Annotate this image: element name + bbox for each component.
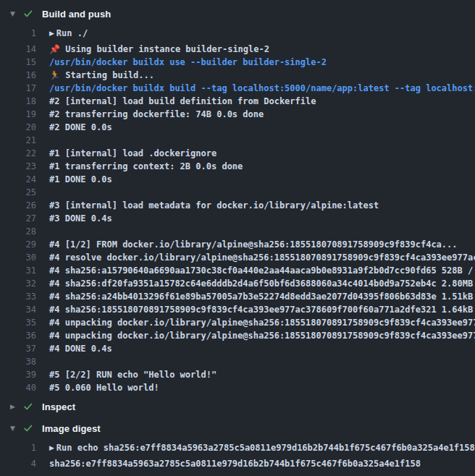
log-row: 23#1 transferring context: 2B 0.0s done [0,160,475,173]
line-number[interactable]: 27 [0,212,36,225]
log-row: 36#4 unpacking docker.io/library/alpine@… [0,329,475,342]
group-toggle-icon: ▶ [49,27,56,40]
section-title: Build and push [42,9,111,20]
log-text: 📌 Using builder instance builder-single-… [49,43,269,56]
section-header-image-digest[interactable]: ▼Image digest [0,417,475,439]
line-number[interactable]: 36 [0,329,36,342]
line-number[interactable]: 34 [0,303,36,316]
log-section-inspect: ▶Inspect [0,396,475,417]
line-number[interactable]: 19 [0,108,36,121]
log-text: #4 unpacking docker.io/library/alpine@sh… [49,329,475,342]
line-number[interactable]: 1 [0,27,36,40]
log-section-image-digest: ▼Image digest1▶ Run echo sha256:e7ff8834… [0,417,475,470]
log-text: #1 DONE 0.0s [49,173,112,186]
log-text: #2 [internal] load build definition from… [49,95,316,108]
log-text: /usr/bin/docker buildx build --tag local… [49,82,475,95]
line-number[interactable]: 37 [0,342,36,355]
log-text: #2 DONE 0.0s [49,121,112,134]
log-text: #5 [2/2] RUN echo "Hello world!" [49,368,217,381]
chevron-right-icon: ▶ [10,403,23,410]
log-text: #2 transferring dockerfile: 74B 0.0s don… [49,108,264,121]
log-section-build-and-push: ▼Build and push1▶ Run ./14📌 Using builde… [0,3,475,394]
log-text: #5 0.060 Hello world! [49,381,159,394]
log-row: 34#4 sha256:185518070891758909c9f839cf4c… [0,303,475,316]
log-text: #4 sha256:a15790640a6690aa1730c38cf0a440… [49,264,475,277]
section-header-inspect[interactable]: ▶Inspect [0,396,475,417]
log-text: #4 unpacking docker.io/library/alpine@sh… [49,316,475,329]
line-number[interactable]: 15 [0,56,36,69]
log-text: #3 [internal] load metadata for docker.i… [49,199,379,212]
log-row: 14📌 Using builder instance builder-singl… [0,43,475,56]
section-log: 1▶ Run echo sha256:e7ff8834a5963a2785c5a… [0,441,475,470]
log-row: 27#3 DONE 0.4s [0,212,475,225]
line-number[interactable]: 23 [0,160,36,173]
line-number[interactable]: 32 [0,277,36,290]
section-log: 1▶ Run ./14📌 Using builder instance buil… [0,27,475,394]
line-number[interactable]: 1 [0,441,36,454]
log-row: 39#5 [2/2] RUN echo "Hello world!" [0,368,475,381]
log-text: #4 sha256:a24bb4013296f61e89ba57005a7b3e… [49,290,475,303]
log-text: #4 [1/2] FROM docker.io/library/alpine@s… [49,238,458,251]
line-number[interactable]: 25 [0,186,36,199]
log-row: 26#3 [internal] load metadata for docker… [0,199,475,212]
log-text: sha256:e7ff8834a5963a2785c5a0811e979d16b… [49,457,421,470]
log-row: 4sha256:e7ff8834a5963a2785c5a0811e979d16… [0,457,475,470]
line-number[interactable]: 26 [0,199,36,212]
log-text: #4 sha256:185518070891758909c9f839cf4ca3… [49,303,475,316]
log-row: 18#2 [internal] load build definition fr… [0,95,475,108]
log-row: 28 [0,225,475,238]
log-row: 29#4 [1/2] FROM docker.io/library/alpine… [0,238,475,251]
line-number[interactable]: 39 [0,368,36,381]
log-text: #4 resolve docker.io/library/alpine@sha2… [49,251,475,264]
line-number[interactable]: 14 [0,43,36,56]
log-text: #4 DONE 0.4s [49,342,112,355]
group-toggle-icon: ▶ [49,441,56,454]
log-text: #1 [internal] load .dockerignore [49,147,217,160]
log-row: 24#1 DONE 0.0s [0,173,475,186]
line-number[interactable]: 4 [0,457,36,470]
line-number[interactable]: 28 [0,225,36,238]
line-number[interactable]: 38 [0,355,36,368]
log-row: 35#4 unpacking docker.io/library/alpine@… [0,316,475,329]
log-row: 17/usr/bin/docker buildx build --tag loc… [0,82,475,95]
line-number[interactable]: 30 [0,251,36,264]
log-text: #3 DONE 0.4s [49,212,112,225]
log-row: 33#4 sha256:a24bb4013296f61e89ba57005a7b… [0,290,475,303]
group-toggle-label[interactable]: Run ./ [56,27,88,40]
log-row: 32#4 sha256:df20fa9351a15782c64e6dddb2d4… [0,277,475,290]
log-text: #1 transferring context: 2B 0.0s done [49,160,243,173]
section-title: Inspect [42,401,75,412]
line-number[interactable]: 17 [0,82,36,95]
log-row: 30#4 resolve docker.io/library/alpine@sh… [0,251,475,264]
log-row: 22#1 [internal] load .dockerignore [0,147,475,160]
log-row: 19#2 transferring dockerfile: 74B 0.0s d… [0,108,475,121]
log-row: 38 [0,355,475,368]
log-row: 40#5 0.060 Hello world! [0,381,475,394]
line-number[interactable]: 18 [0,95,36,108]
log-row: 25 [0,186,475,199]
line-number[interactable]: 22 [0,147,36,160]
line-number[interactable]: 20 [0,121,36,134]
log-text: #4 sha256:df20fa9351a15782c64e6dddb2d4a6… [49,277,475,290]
line-number[interactable]: 24 [0,173,36,186]
line-number[interactable]: 40 [0,381,36,394]
log-row: 15/usr/bin/docker buildx use --builder b… [0,56,475,69]
line-number[interactable]: 33 [0,290,36,303]
log-row: 20#2 DONE 0.0s [0,121,475,134]
log-group-row: 1▶ Run ./ [0,27,475,40]
log-row: 37#4 DONE 0.4s [0,342,475,355]
section-header-build-and-push[interactable]: ▼Build and push [0,3,475,25]
line-number[interactable]: 29 [0,238,36,251]
group-toggle-label[interactable]: Run echo sha256:e7ff8834a5963a2785c5a081… [56,441,475,454]
check-success-icon [23,8,35,20]
line-number[interactable]: 16 [0,69,36,82]
line-number[interactable]: 35 [0,316,36,329]
line-number[interactable]: 21 [0,134,36,147]
check-success-icon [23,401,35,412]
log-row: 31#4 sha256:a15790640a6690aa1730c38cf0a4… [0,264,475,277]
log-group-row: 1▶ Run echo sha256:e7ff8834a5963a2785c5a… [0,441,475,454]
log-text: /usr/bin/docker buildx use --builder bui… [49,56,327,69]
chevron-down-icon: ▼ [10,10,23,17]
chevron-down-icon: ▼ [10,425,23,432]
line-number[interactable]: 31 [0,264,36,277]
